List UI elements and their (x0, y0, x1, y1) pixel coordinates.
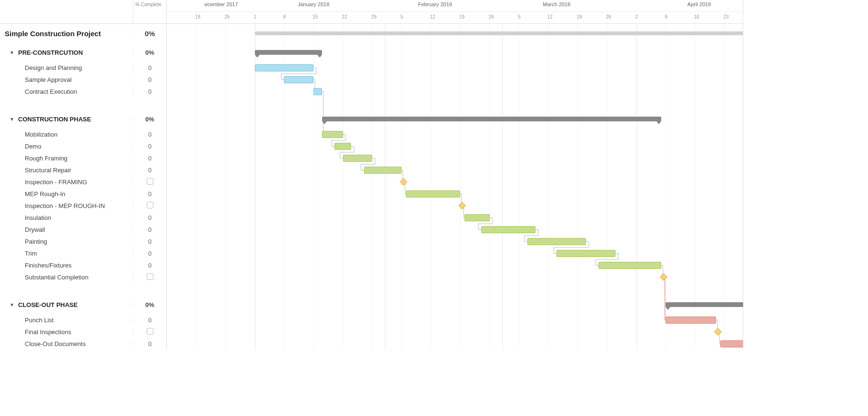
month-label: ecember 2017 (204, 1, 238, 7)
green-bar[interactable] (464, 214, 490, 221)
green-bar[interactable] (334, 143, 351, 150)
timeline-header: ecember 2017January 2018February 2018Mar… (167, 0, 743, 24)
milestone-diamond[interactable] (400, 178, 407, 186)
bar-row (167, 283, 743, 295)
task-name: Sample Approval (25, 76, 71, 83)
collapse-icon[interactable]: ▼ (10, 50, 15, 55)
task-row[interactable]: Inspection - FRAMING (0, 176, 166, 188)
week-label: 26 (606, 14, 611, 20)
project-bar (255, 31, 743, 35)
pct-cell: 0 (133, 317, 166, 324)
task-name: Punch List (25, 317, 54, 324)
pct-cell: 0 (133, 190, 166, 198)
phase-row[interactable]: ▼CLOSE-OUT PHASE0% (0, 295, 166, 314)
task-row[interactable]: Insulation0 (0, 212, 166, 224)
project-row[interactable]: Simple Construction Project0% (0, 24, 166, 43)
collapse-icon[interactable]: ▼ (10, 302, 15, 307)
task-row[interactable]: Rough Framing0 (0, 152, 166, 164)
pct-cell: 0 (133, 88, 166, 95)
week-label: 9 (665, 14, 667, 20)
pct-cell: 0 (133, 214, 166, 221)
green-bar[interactable] (343, 155, 373, 162)
blue-bar[interactable] (255, 64, 313, 71)
task-row[interactable]: Contract Execution0 (0, 86, 166, 98)
green-bar[interactable] (481, 226, 535, 233)
week-label: 22 (342, 14, 347, 20)
pct-cell: 0 (133, 238, 166, 245)
blue-bar[interactable] (313, 88, 322, 95)
week-label: 18 (195, 14, 201, 20)
milestone-checkbox[interactable] (147, 328, 153, 335)
pct-cell: 0% (133, 30, 166, 38)
task-table-header: % Complete (0, 0, 166, 24)
pct-cell: 0% (133, 301, 166, 308)
phase-row[interactable]: ▼CONSTRUCTION PHASE0% (0, 109, 166, 129)
green-bar[interactable] (527, 238, 586, 245)
pct-complete-header: % Complete (133, 0, 166, 23)
task-name: Drywall (25, 226, 45, 233)
pct-cell (133, 178, 166, 186)
milestone-checkbox[interactable] (147, 178, 153, 185)
green-bar[interactable] (364, 167, 402, 174)
month-label: March 2018 (543, 1, 570, 7)
task-row[interactable]: MEP Rough-In0 (0, 188, 166, 200)
summary-bar (322, 117, 662, 121)
timeline-panel[interactable]: ecember 2017January 2018February 2018Mar… (167, 0, 743, 350)
pct-cell: 0 (133, 167, 166, 174)
bar-row (167, 259, 743, 271)
milestone-diamond[interactable] (660, 273, 667, 281)
task-row[interactable]: Sample Approval0 (0, 74, 166, 86)
bar-row (167, 338, 743, 350)
task-name: Inspection - FRAMING (25, 178, 87, 186)
milestone-checkbox[interactable] (147, 273, 153, 280)
red-bar[interactable] (666, 317, 716, 324)
green-bar[interactable] (598, 262, 661, 269)
task-name: CLOSE-OUT PHASE (18, 301, 78, 308)
task-row[interactable]: Punch List0 (0, 314, 166, 326)
task-row[interactable]: Structural Repair0 (0, 164, 166, 176)
task-row[interactable]: Inspection - MEP ROUGH-IN (0, 200, 166, 212)
task-row[interactable]: Finishes/Fixtures0 (0, 259, 166, 271)
week-label: 29 (371, 14, 376, 20)
red-bar[interactable] (720, 340, 743, 347)
phase-row[interactable]: ▼PRE-CONSTRCUTION0% (0, 43, 166, 62)
collapse-icon[interactable]: ▼ (10, 117, 15, 122)
pct-cell: 0 (133, 76, 166, 83)
pct-cell: 0 (133, 143, 166, 150)
green-bar[interactable] (556, 250, 615, 257)
pct-cell: 0 (133, 64, 166, 71)
task-row[interactable]: Substantial Completion (0, 271, 166, 283)
bar-row (167, 200, 743, 212)
pct-cell: 0 (133, 131, 166, 138)
bar-row (167, 98, 743, 109)
task-name: Trim (25, 250, 37, 257)
task-row[interactable]: Drywall0 (0, 224, 166, 236)
pct-cell (133, 273, 166, 281)
task-row[interactable]: Mobilization0 (0, 129, 166, 140)
milestone-checkbox[interactable] (147, 202, 153, 208)
bar-row (167, 152, 743, 164)
task-name: Contract Execution (25, 88, 77, 95)
bar-row (167, 43, 743, 62)
milestone-diamond[interactable] (459, 202, 466, 209)
green-bar[interactable] (322, 131, 343, 138)
pct-cell: 0 (133, 155, 166, 162)
pct-cell: 0 (133, 262, 166, 269)
milestone-diamond[interactable] (714, 328, 722, 336)
bar-row (167, 188, 743, 200)
week-label: 12 (430, 14, 435, 20)
blue-bar[interactable] (284, 76, 313, 83)
bar-row (167, 314, 743, 326)
bar-row (167, 176, 743, 188)
task-row[interactable]: Painting0 (0, 236, 166, 248)
task-row[interactable]: Close-Out Documents0 (0, 338, 166, 350)
task-row[interactable]: Trim0 (0, 248, 166, 259)
pct-cell: 0 (133, 340, 166, 347)
task-row[interactable]: Design and Planning0 (0, 62, 166, 74)
week-label: 16 (694, 14, 699, 20)
green-bar[interactable] (406, 190, 460, 198)
bar-row (167, 129, 743, 140)
task-row[interactable]: Demo0 (0, 140, 166, 152)
task-row[interactable]: Final Inspections (0, 326, 166, 338)
week-label: 1 (254, 14, 257, 20)
